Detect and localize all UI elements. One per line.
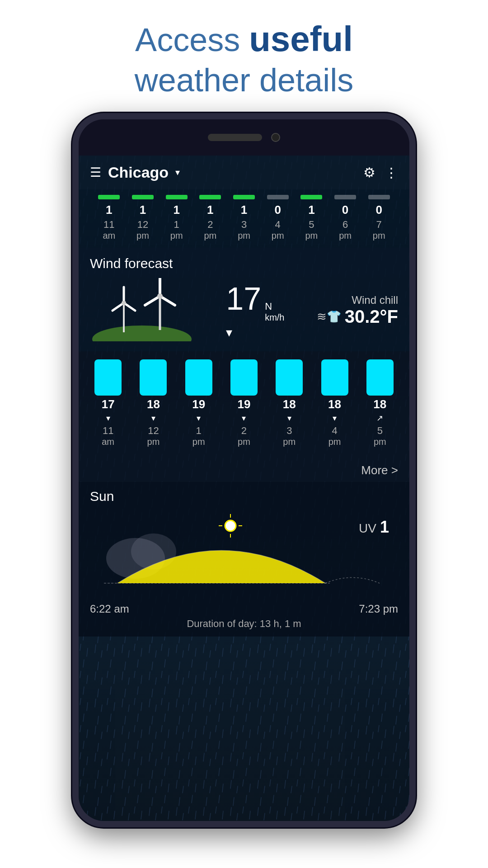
city-name[interactable]: Chicago — [108, 164, 169, 181]
nav-bar: ☰ Chicago ▾ ⚙ ⋮ — [79, 156, 409, 189]
wind-forecast-section: Wind forecast — [79, 248, 409, 351]
svg-point-12 — [122, 301, 126, 305]
precip-val-5: 1 — [227, 203, 261, 217]
wind-item-1: 17 ▾ 11 am — [85, 359, 131, 447]
sun-times: 6:22 am 7:23 pm — [90, 603, 398, 615]
precip-bar-2 — [126, 195, 160, 199]
wind-speed-area: 17 N km/h ▾ — [226, 281, 284, 340]
wind-item-time-1: 11 am — [102, 425, 114, 447]
wind-item-speed-4: 19 — [238, 397, 251, 411]
precip-times-row: 11am 12pm 1pm 2pm 3pm 4pm 5pm 6pm 7pm — [88, 219, 400, 241]
wind-bar-box-4 — [230, 359, 258, 396]
wind-item-3: 19 ▾ 1 pm — [176, 359, 221, 447]
wind-unit-dir: N km/h — [265, 301, 284, 323]
precip-bar-6 — [261, 195, 295, 199]
phone-frame: ☰ Chicago ▾ ⚙ ⋮ 1 — [72, 113, 416, 827]
phone-screen: ☰ Chicago ▾ ⚙ ⋮ 1 — [79, 156, 409, 821]
wind-bars-section: 17 ▾ 11 am 18 ▾ 12 pm — [79, 351, 409, 459]
precip-val-1: 1 — [92, 203, 126, 217]
precip-time-9: 7pm — [362, 219, 396, 241]
precip-val-8: 0 — [328, 203, 362, 217]
wind-unit: km/h — [265, 312, 284, 323]
nav-left: ☰ Chicago ▾ — [90, 164, 180, 181]
wind-speed-number: 17 — [226, 281, 261, 317]
wind-item-6: 18 ▾ 4 pm — [312, 359, 357, 447]
wind-item-arrow-2: ▾ — [151, 413, 155, 423]
wind-item-arrow-1: ▾ — [106, 413, 110, 423]
wind-bar-box-2 — [140, 359, 167, 396]
header-access: Access — [135, 22, 249, 58]
wind-item-5: 18 ▾ 3 pm — [267, 359, 312, 447]
dropdown-arrow-icon[interactable]: ▾ — [175, 167, 180, 178]
wind-bar-box-7 — [366, 359, 394, 396]
settings-icon[interactable]: ⚙ — [363, 165, 375, 180]
precip-val-2: 1 — [126, 203, 160, 217]
speaker-grille — [208, 134, 262, 141]
wind-item-speed-3: 19 — [192, 397, 205, 411]
wind-item-speed-1: 17 — [102, 397, 115, 411]
wind-item-time-6: 4 pm — [328, 425, 341, 447]
wind-chill-icon: ≋👕 — [317, 310, 341, 324]
precip-val-4: 1 — [193, 203, 227, 217]
uv-badge: UV 1 — [359, 518, 389, 537]
turbines-svg — [90, 278, 194, 341]
wind-item-7: 18 ↗ 5 pm — [357, 359, 403, 447]
header-useful: useful — [249, 19, 353, 59]
precip-time-2: 12pm — [126, 219, 160, 241]
svg-point-21 — [225, 520, 236, 531]
precip-time-6: 4pm — [261, 219, 295, 241]
wind-item-speed-2: 18 — [147, 397, 160, 411]
wind-chill-area: Wind chill ≋👕 30.2°F — [317, 294, 398, 327]
precip-bar-8 — [328, 195, 362, 199]
sun-section: Sun — [79, 482, 409, 637]
uv-value: 1 — [380, 518, 389, 537]
wind-item-2: 18 ▾ 12 pm — [131, 359, 176, 447]
wind-bar-box-3 — [185, 359, 212, 396]
precip-bar-9 — [362, 195, 396, 199]
sun-duration: Duration of day: 13 h, 1 m — [90, 618, 398, 630]
power-button[interactable] — [411, 237, 416, 282]
nav-right: ⚙ ⋮ — [363, 165, 398, 180]
wind-chill-display: ≋👕 30.2°F — [317, 307, 398, 327]
wind-bar-box-6 — [321, 359, 348, 396]
svg-point-7 — [92, 326, 192, 341]
precip-val-9: 0 — [362, 203, 396, 217]
precip-val-3: 1 — [160, 203, 193, 217]
phone-top-bar — [79, 119, 409, 156]
precip-values-row: 1 1 1 1 1 0 1 0 0 — [88, 203, 400, 217]
more-options-icon[interactable]: ⋮ — [385, 165, 398, 180]
precip-bar-5 — [227, 195, 261, 199]
uv-label: UV — [359, 521, 376, 536]
wind-item-time-7: 5 pm — [374, 425, 386, 447]
volume-up-button[interactable] — [72, 219, 77, 246]
more-button[interactable]: More > — [361, 463, 398, 477]
precipitation-section: 1 1 1 1 1 0 1 0 0 11am 12pm 1pm 2pm 3pm … — [79, 189, 409, 248]
precip-time-8: 6pm — [328, 219, 362, 241]
precip-time-5: 3pm — [227, 219, 261, 241]
menu-icon[interactable]: ☰ — [90, 165, 101, 180]
wind-forecast-title: Wind forecast — [90, 256, 398, 271]
precip-bar-4 — [193, 195, 227, 199]
sun-title: Sun — [90, 489, 398, 504]
sun-arc-svg — [90, 509, 398, 599]
precip-bar-7 — [295, 195, 328, 199]
wind-item-arrow-7: ↗ — [376, 413, 383, 423]
turbines-area — [90, 278, 194, 343]
wind-item-time-2: 12 pm — [147, 425, 160, 447]
wind-item-arrow-3: ▾ — [197, 413, 201, 423]
more-section: More > — [79, 459, 409, 482]
precip-time-1: 11am — [92, 219, 126, 241]
camera-dot — [271, 133, 280, 142]
wind-item-arrow-6: ▾ — [333, 413, 337, 423]
wind-speed-display: 17 N km/h — [226, 281, 284, 323]
sun-arc-container: UV 1 — [90, 509, 398, 599]
precip-val-7: 1 — [295, 203, 328, 217]
wind-direction-arrow: ▾ — [226, 325, 232, 340]
wind-bar-box-1 — [94, 359, 122, 396]
wind-direction: N — [265, 301, 272, 312]
wind-item-time-4: 2 pm — [238, 425, 250, 447]
wind-item-speed-6: 18 — [328, 397, 341, 411]
precip-time-7: 5pm — [295, 219, 328, 241]
volume-down-button[interactable] — [72, 255, 77, 291]
wind-content: 17 N km/h ▾ Wind chill ≋👕 30.2°F — [90, 278, 398, 343]
